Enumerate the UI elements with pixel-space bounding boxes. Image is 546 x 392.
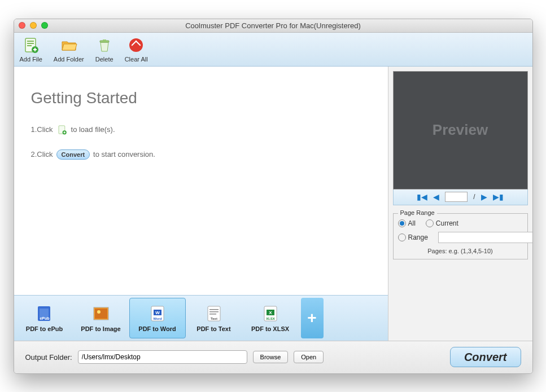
radio-range[interactable]: Range bbox=[398, 234, 428, 241]
mini-add-file-icon bbox=[56, 124, 68, 135]
range-hint: Pages: e.g. (1,3,4,5-10) bbox=[398, 248, 523, 254]
format-word-label: PDF to Word bbox=[138, 325, 176, 332]
epub-icon: ePub bbox=[34, 303, 55, 324]
svg-text:Text: Text bbox=[211, 317, 217, 320]
minimize-icon[interactable] bbox=[30, 22, 37, 29]
left-pane: Getting Started 1.Click to load file(s).… bbox=[14, 67, 388, 341]
format-text[interactable]: Text PDF to Text bbox=[186, 298, 242, 338]
format-bar: ePub PDF to ePub PDF to Image WWord PDF … bbox=[14, 295, 388, 341]
output-label: Output Folder: bbox=[25, 353, 72, 362]
svg-rect-8 bbox=[103, 39, 106, 41]
format-image[interactable]: PDF to Image bbox=[73, 298, 129, 338]
radio-current-dot bbox=[426, 219, 434, 227]
toolbar: Add File Add Folder Delete Clear All bbox=[14, 33, 532, 67]
format-xlsx[interactable]: XXLSX PDF to XLSX bbox=[242, 298, 299, 338]
svg-point-21 bbox=[97, 310, 101, 314]
next-page-icon[interactable]: ▶ bbox=[481, 192, 487, 201]
delete-label: Delete bbox=[95, 56, 113, 63]
titlebar: Coolmuster PDF Converter Pro for Mac(Unr… bbox=[14, 19, 532, 33]
svg-rect-28 bbox=[209, 311, 219, 312]
traffic-lights bbox=[19, 22, 48, 29]
open-button[interactable]: Open bbox=[294, 351, 324, 363]
step1-prefix: 1.Click bbox=[31, 125, 53, 134]
svg-rect-2 bbox=[27, 43, 34, 44]
clear-icon bbox=[127, 36, 145, 54]
radio-all[interactable]: All bbox=[398, 219, 416, 227]
svg-rect-1 bbox=[27, 41, 34, 42]
page-range-group: Page Range All Current Range bbox=[393, 213, 528, 259]
svg-text:XLSX: XLSX bbox=[266, 317, 275, 320]
radio-range-label: Range bbox=[408, 234, 428, 241]
step2-prefix: 2.Click bbox=[31, 150, 53, 158]
radio-all-dot bbox=[398, 219, 406, 227]
svg-text:X: X bbox=[269, 310, 272, 315]
svg-rect-7 bbox=[100, 41, 109, 42]
page-separator: / bbox=[473, 193, 475, 201]
getting-started: Getting Started 1.Click to load file(s).… bbox=[14, 67, 388, 295]
svg-text:ePub: ePub bbox=[40, 316, 49, 320]
format-epub[interactable]: ePub PDF to ePub bbox=[16, 298, 73, 338]
getting-started-heading: Getting Started bbox=[31, 89, 371, 107]
svg-rect-6 bbox=[34, 48, 36, 51]
first-page-icon[interactable]: ▮◀ bbox=[417, 192, 427, 201]
format-word[interactable]: WWord PDF to Word bbox=[129, 298, 186, 338]
content: Getting Started 1.Click to load file(s).… bbox=[14, 67, 532, 341]
svg-rect-20 bbox=[95, 309, 107, 319]
radio-range-dot bbox=[398, 234, 406, 241]
word-icon: WWord bbox=[147, 303, 168, 324]
mini-convert-badge: Convert bbox=[56, 149, 90, 160]
zoom-icon[interactable] bbox=[41, 22, 48, 29]
radio-all-label: All bbox=[408, 219, 416, 227]
add-file-button[interactable]: Add File bbox=[20, 36, 42, 63]
svg-text:W: W bbox=[155, 310, 160, 315]
convert-button[interactable]: Convert bbox=[450, 347, 521, 367]
step-1: 1.Click to load file(s). bbox=[31, 124, 371, 135]
prev-page-icon[interactable]: ◀ bbox=[433, 192, 439, 201]
text-icon: Text bbox=[204, 303, 224, 324]
add-folder-button[interactable]: Add Folder bbox=[54, 36, 84, 63]
add-folder-label: Add Folder bbox=[54, 56, 84, 63]
format-text-label: PDF to Text bbox=[196, 325, 230, 332]
step2-suffix: to start conversion. bbox=[93, 150, 155, 158]
right-pane: Preview ▮◀ ◀ / ▶ ▶▮ Page Range All bbox=[388, 67, 532, 341]
radio-current-label: Current bbox=[436, 219, 458, 227]
delete-button[interactable]: Delete bbox=[95, 36, 113, 63]
svg-rect-3 bbox=[27, 45, 32, 46]
svg-rect-27 bbox=[209, 309, 219, 310]
clear-all-button[interactable]: Clear All bbox=[125, 36, 148, 63]
step1-suffix: to load file(s). bbox=[71, 125, 115, 134]
xlsx-icon: XXLSX bbox=[260, 303, 281, 324]
plus-icon: + bbox=[307, 309, 316, 327]
step-2: 2.Click Convert to start conversion. bbox=[31, 149, 371, 160]
svg-rect-29 bbox=[209, 314, 216, 315]
browse-button[interactable]: Browse bbox=[253, 351, 289, 363]
add-format-button[interactable]: + bbox=[301, 298, 324, 338]
window-title: Coolmuster PDF Converter Pro for Mac(Unr… bbox=[14, 21, 532, 30]
radio-current[interactable]: Current bbox=[426, 219, 458, 227]
svg-rect-15 bbox=[64, 131, 64, 134]
format-epub-label: PDF to ePub bbox=[26, 325, 63, 332]
range-input[interactable] bbox=[438, 232, 533, 243]
app-window: Coolmuster PDF Converter Pro for Mac(Unr… bbox=[14, 19, 533, 374]
last-page-icon[interactable]: ▶▮ bbox=[493, 192, 504, 201]
close-icon[interactable] bbox=[19, 22, 25, 29]
clear-all-label: Clear All bbox=[125, 56, 148, 63]
preview-placeholder: Preview bbox=[433, 121, 488, 139]
trash-icon bbox=[95, 36, 113, 54]
page-navigator: ▮◀ ◀ / ▶ ▶▮ bbox=[393, 190, 528, 205]
page-range-legend: Page Range bbox=[398, 209, 437, 216]
format-xlsx-label: PDF to XLSX bbox=[251, 325, 289, 332]
bottom-bar: Output Folder: Browse Open Convert bbox=[14, 341, 532, 373]
output-path-input[interactable] bbox=[78, 350, 247, 364]
preview-panel: Preview bbox=[393, 71, 528, 190]
svg-text:Word: Word bbox=[153, 317, 162, 320]
folder-icon bbox=[60, 36, 78, 54]
page-input[interactable] bbox=[445, 192, 468, 202]
image-icon bbox=[91, 303, 111, 324]
format-image-label: PDF to Image bbox=[81, 325, 120, 332]
add-file-label: Add File bbox=[20, 56, 42, 63]
add-file-icon bbox=[22, 36, 40, 54]
